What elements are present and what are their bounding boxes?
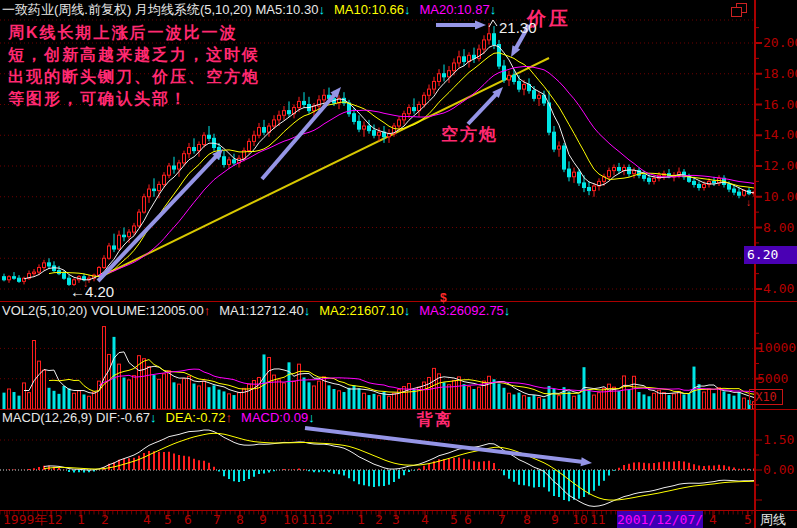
macd-value: MACD:0.09 (241, 410, 308, 425)
note-line-3: 出现的断头铡刀、价压、空方炮 (8, 66, 260, 88)
cursor-date-text: 2001/12/07/ (617, 512, 703, 527)
divergence-label: 背离 (417, 410, 453, 431)
macd-dif-arrow-icon: ↓ (150, 410, 157, 425)
volume-multiplier-badge: X10 (749, 389, 783, 405)
price-level-tag: 6.20 (744, 246, 797, 264)
vol-ma1: MA1:12712.40 (219, 303, 304, 318)
low-signal-marker-icon: ↓ (83, 279, 88, 289)
peak-callout-line (489, 20, 497, 27)
macd-dea-arrow-icon: ↑ (226, 410, 233, 425)
macd-layer (4, 430, 754, 506)
note-line-2: 短，创新高越来越乏力，这时候 (8, 44, 260, 66)
volume-indicator-bar: VOL2(5,10,20) VOLUME:12005.00↑MA1:12712.… (2, 303, 510, 318)
stock-chart-window: 20.0018.0016.0014.0012.0010.008.006.004.… (0, 0, 797, 528)
peak-price-callout: 21.30 (499, 19, 537, 36)
ma5-down-arrow-icon: ↓ (318, 2, 325, 17)
period-selector[interactable]: 周线 (760, 511, 786, 528)
title-ma20: MA20:10.87 (420, 2, 490, 17)
title-stock-and-ma5: 一致药业(周线.前复权) 月均线系统(5,10,20) MA5:10.30 (2, 2, 318, 17)
macd-value-arrow-icon: ↓ (308, 410, 315, 425)
vol-ma3: MA3:26092.75 (419, 303, 504, 318)
ma20-down-arrow-icon: ↓ (490, 2, 497, 17)
vol-label: VOL2(5,10,20) VOLUME:12005.00 (2, 303, 204, 318)
title-ma10: MA10:10.66 (334, 2, 404, 17)
note-line-1: 周K线长期上涨后一波比一波 (8, 22, 260, 44)
bear-cannon-label: 空方炮 (441, 123, 498, 146)
macd-indicator-bar: MACD(12,26,9) DIF:-0.67↓DEA:-0.72↑MACD:0… (2, 410, 315, 425)
ma10-down-arrow-icon: ↓ (404, 2, 411, 17)
vol-up-arrow-icon: ↑ (204, 303, 211, 318)
last-bar-signal-marker-icon: ↓ (746, 198, 751, 208)
vol-ma3-arrow-icon: ↓ (504, 303, 511, 318)
macd-dea: DEA:-0.72 (166, 410, 226, 425)
note-line-4: 等图形，可确认头部！ (8, 88, 260, 110)
cursor-date-tag: 2001/12/07/五 (617, 511, 703, 528)
vol-ma2: MA2:21607.10 (319, 303, 404, 318)
vol-ma1-arrow-icon: ↓ (304, 303, 311, 318)
volume-layer (3, 327, 756, 409)
title-bar: 一致药业(周线.前复权) 月均线系统(5,10,20) MA5:10.30↓MA… (2, 2, 496, 17)
restore-window-icon[interactable] (730, 3, 747, 17)
low-price-callout: ←4.20 (70, 283, 114, 300)
restore-icon-front-square (731, 7, 742, 17)
macd-dif: MACD(12,26,9) DIF:-0.67 (2, 410, 150, 425)
vol-ma2-arrow-icon: ↓ (404, 303, 411, 318)
analysis-note: 周K线长期上涨后一波比一波 短，创新高越来越乏力，这时候 出现的断头铡刀、价压、… (8, 22, 260, 110)
